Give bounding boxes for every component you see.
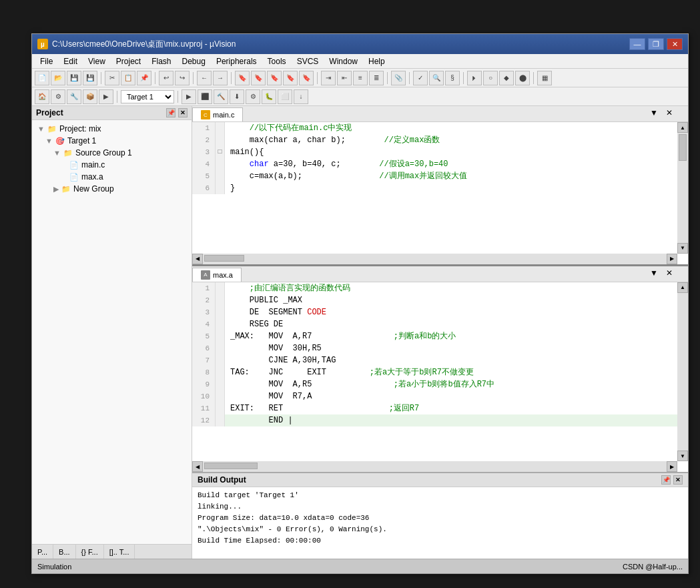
debug4-btn[interactable]: ◆ [499,71,514,85]
menu-edit[interactable]: Edit [58,54,83,68]
asm-num-5: 5 [192,330,216,342]
top-hscroll-thumb[interactable] [204,255,244,262]
tab-maxa[interactable]: A max.a [192,268,242,282]
close-button[interactable]: ✕ [667,38,683,50]
save-all-btn[interactable]: 💾 [83,71,97,85]
panel-pin-btn[interactable]: 📌 [166,108,176,117]
tree-maxa[interactable]: 📄 max.a [32,171,192,183]
top-scroll-track[interactable] [677,133,688,243]
proj-btn4[interactable]: 📦 [83,89,97,104]
tree-target[interactable]: ▼ 🎯 Target 1 [32,135,192,147]
restore-button[interactable]: ❐ [648,38,664,50]
tree-new-group[interactable]: ▶ 📁 New Group [32,183,192,195]
top-scroll-left[interactable]: ◀ [192,254,203,264]
save-btn[interactable]: 💾 [67,71,81,85]
tab-templates[interactable]: [].. T... [104,545,135,559]
bottom-vscrollbar[interactable]: ▲ ▼ [677,282,688,461]
redo-btn[interactable]: ↪ [175,71,190,85]
menu-debug[interactable]: Debug [177,54,211,68]
bookmark3-btn[interactable]: 🔖 [267,71,282,85]
top-code-content[interactable]: 1 //以下代码在main.c中实现 2 max(char a, char b)… [192,122,688,264]
top-hscrollbar[interactable]: ◀ ▶ [192,254,677,264]
build-close-btn[interactable]: ✕ [673,475,683,485]
bottom-scroll-up[interactable]: ▲ [677,282,688,293]
menu-svcs[interactable]: SVCS [292,54,324,68]
minimize-button[interactable]: — [629,38,645,50]
proj-btn5[interactable]: ▶ [99,89,113,104]
bookmark2-btn[interactable]: 🔖 [251,71,266,85]
outdent-btn[interactable]: ⇤ [337,71,352,85]
proj-btn2[interactable]: ⚙ [51,89,65,104]
symbol-btn[interactable]: § [445,71,460,85]
bookmark5-btn[interactable]: 🔖 [299,71,314,85]
top-scroll-up[interactable]: ▲ [677,122,688,133]
dbg-step-btn[interactable]: ↓ [294,89,308,104]
proj-btn1[interactable]: 🏠 [35,89,49,104]
menu-window[interactable]: Window [324,54,363,68]
dbg-start-btn[interactable]: 🐛 [262,89,276,104]
bottom-scroll-track[interactable] [677,293,688,451]
indent-btn[interactable]: ⇥ [321,71,336,85]
build-pin-btn[interactable]: 📌 [661,475,671,485]
bottom-pane-menu-btn[interactable]: ▼ [648,268,660,278]
bottom-hscroll-track[interactable] [203,461,667,472]
format2-btn[interactable]: ≣ [369,71,384,85]
tab-mainc[interactable]: C main.c [192,107,243,121]
tree-source-group[interactable]: ▼ 📁 Source Group 1 [32,147,192,159]
stop-btn[interactable]: ⬛ [198,89,212,104]
tree-mainc[interactable]: 📄 main.c [32,159,192,171]
menu-tools[interactable]: Tools [262,54,292,68]
paste-btn[interactable]: 📌 [137,71,151,85]
top-hscroll-track[interactable] [203,254,667,264]
tab-books[interactable]: B... [53,545,76,559]
cut-btn[interactable]: ✂ [105,71,119,85]
menu-flash[interactable]: Flash [146,54,176,68]
copy-btn[interactable]: 📋 [121,71,135,85]
bottom-pane-close-btn[interactable]: ✕ [664,268,675,278]
menu-peripherals[interactable]: Peripherals [211,54,262,68]
menu-help[interactable]: Help [363,54,390,68]
top-vscrollbar[interactable]: ▲ ▼ [677,122,688,254]
tree-project[interactable]: ▼ 📁 Project: mix [32,123,192,135]
right-edge-btn[interactable]: ▦ [537,71,552,85]
top-scroll-right[interactable]: ▶ [667,254,677,264]
bottom-scroll-left[interactable]: ◀ [192,461,203,472]
panel-close-btn[interactable]: ✕ [178,108,188,117]
options-btn[interactable]: ⚙ [246,89,260,104]
tab-functions[interactable]: {} F... [76,545,104,559]
bottom-hscrollbar[interactable]: ◀ ▶ [192,461,677,472]
sep1 [101,72,101,84]
build-btn[interactable]: 🔨 [214,89,228,104]
bottom-code-content[interactable]: 1 ;由汇编语言实现的函数代码 2 PUBLIC _MAX 3 [192,282,688,472]
dbg-stop-btn[interactable]: ⬜ [278,89,292,104]
nav-back-btn[interactable]: ← [197,71,212,85]
top-scroll-thumb[interactable] [679,134,687,161]
open-btn[interactable]: 📂 [51,71,65,85]
menu-view[interactable]: View [83,54,111,68]
top-scroll-down[interactable]: ▼ [677,243,688,254]
check-btn[interactable]: ✓ [413,71,428,85]
nav-fwd-btn[interactable]: → [213,71,228,85]
target-selector[interactable]: Target 1 [121,90,174,103]
top-pane-menu-btn[interactable]: ▼ [648,107,660,118]
format-btn[interactable]: ≡ [353,71,368,85]
snippet-btn[interactable]: 📎 [391,71,406,85]
find-btn[interactable]: 🔍 [429,71,444,85]
tab-project[interactable]: P... [32,545,53,559]
proj-btn3[interactable]: 🔧 [67,89,81,104]
bottom-hscroll-thumb[interactable] [204,463,258,469]
bottom-scroll-right[interactable]: ▶ [667,461,677,472]
new-file-btn[interactable]: 📄 [35,71,49,85]
bottom-scroll-down[interactable]: ▼ [677,451,688,461]
menu-project[interactable]: Project [111,54,146,68]
undo-btn[interactable]: ↩ [159,71,173,85]
debug3-btn[interactable]: ○ [483,71,498,85]
debug5-btn[interactable]: ⬤ [515,71,530,85]
run-btn[interactable]: ▶ [182,89,196,104]
bookmark-btn[interactable]: 🔖 [235,71,250,85]
top-pane-close-btn[interactable]: ✕ [664,107,675,118]
menu-file[interactable]: File [35,54,58,68]
download-btn[interactable]: ⬇ [230,89,244,104]
bookmark4-btn[interactable]: 🔖 [283,71,298,85]
debug2-btn[interactable]: ⏵ [467,71,482,85]
